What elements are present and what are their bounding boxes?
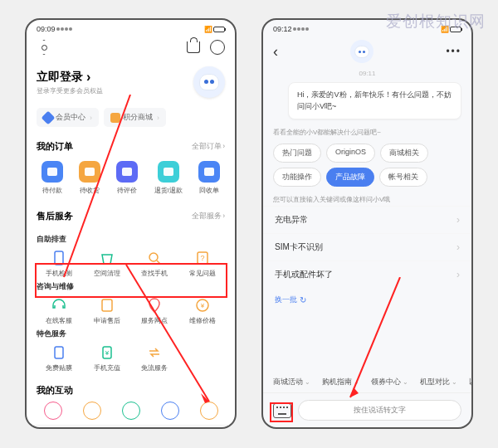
interact-1[interactable]	[44, 402, 62, 420]
login-subtitle: 登录享受更多会员权益	[37, 86, 103, 95]
orders-all-link[interactable]: 全部订单	[192, 142, 225, 152]
chip-points[interactable]: 积分商城	[104, 108, 166, 127]
svc-online-service[interactable]: 在线客服	[37, 297, 81, 325]
direct-label: 您可以直接输入关键词或像这样问小V哦	[263, 192, 471, 206]
pill-originos[interactable]: OriginOS	[326, 144, 375, 163]
help-label: 看看全能的小V都能解决什么问题吧~	[263, 126, 471, 139]
voice-input[interactable]: 按住说话转文字	[298, 400, 461, 421]
q-sim[interactable]: SIM卡不识别	[263, 233, 471, 261]
svg-text:¥: ¥	[104, 349, 109, 357]
order-recycle[interactable]: 回收单	[198, 161, 220, 195]
svg-line-2	[157, 261, 160, 264]
svc-apply[interactable]: 申请售后	[85, 297, 129, 325]
login-button[interactable]: 立即登录	[37, 70, 103, 85]
phone-left: 09:09 📶 立即登录 登录享受更多会员权益 会员中心 积分商城 我的订单 全…	[25, 18, 237, 429]
svg-rect-8	[55, 347, 63, 358]
orders-title: 我的订单	[37, 140, 73, 153]
svc-location[interactable]: 服务网点	[133, 297, 178, 325]
svc-faq[interactable]: ?常见问题	[180, 250, 225, 278]
svc-clean[interactable]: 空间清理	[85, 250, 129, 278]
bl-guide[interactable]: 购机指南	[322, 377, 359, 387]
q-charging[interactable]: 充电异常	[263, 206, 471, 233]
settings-icon[interactable]	[37, 40, 51, 55]
pill-product-fault[interactable]: 产品故障	[326, 168, 374, 187]
refresh-button[interactable]: 换一批	[263, 288, 471, 312]
pill-mall[interactable]: 商城相关	[380, 144, 428, 163]
svc-sub-special: 特色服务	[37, 329, 225, 339]
order-refund[interactable]: 退货/退款	[154, 161, 183, 195]
pill-hot[interactable]: 热门问题	[273, 144, 321, 163]
chip-member[interactable]: 会员中心	[37, 108, 99, 127]
svc-price[interactable]: ¥维修价格	[180, 297, 225, 325]
svg-text:¥: ¥	[200, 302, 205, 309]
bl-compare[interactable]: 机型对比	[420, 377, 457, 387]
battery-icon	[213, 27, 225, 32]
interact-2[interactable]	[83, 402, 101, 420]
svc-film[interactable]: 免费贴膜	[37, 344, 81, 373]
pill-account[interactable]: 帐号相关	[379, 168, 427, 187]
svg-rect-5	[102, 299, 112, 311]
aftersale-all-link[interactable]: 全部服务	[192, 212, 225, 222]
svc-sub-selfcheck: 自助排查	[37, 234, 225, 245]
svc-freeflow[interactable]: 免流服务	[133, 344, 178, 373]
bl-activity[interactable]: 商城活动	[273, 377, 310, 387]
phone-right: 09:12 📶 ‹ ••• 09:11 Hi，亲爱的V粉，新年快乐！有什么问题，…	[261, 18, 473, 429]
q-broken[interactable]: 手机或配件坏了	[263, 261, 471, 288]
svc-find[interactable]: 查找手机	[133, 250, 178, 278]
pill-function[interactable]: 功能操作	[273, 168, 321, 187]
svg-text:?: ?	[201, 254, 205, 262]
search-icon[interactable]	[210, 40, 225, 55]
svg-point-1	[149, 253, 158, 261]
more-button[interactable]: •••	[446, 46, 461, 57]
keyboard-icon[interactable]	[273, 403, 291, 418]
interact-4[interactable]	[161, 402, 179, 420]
svc-phone-check[interactable]: 手机检测	[37, 250, 81, 278]
bl-coupon[interactable]: 领券中心	[371, 377, 408, 387]
svg-rect-0	[55, 251, 63, 265]
interact-title: 我的互动	[37, 384, 73, 397]
chat-timestamp: 09:11	[263, 70, 471, 77]
cart-icon[interactable]	[187, 41, 200, 53]
interact-3[interactable]	[122, 402, 140, 420]
status-bar: 09:09 📶	[27, 20, 235, 35]
order-pending-review[interactable]: 待评价	[116, 161, 138, 195]
chat-avatar[interactable]	[350, 40, 374, 63]
avatar[interactable]	[193, 66, 225, 98]
svc-recharge[interactable]: ¥手机充值	[85, 344, 129, 373]
back-button[interactable]: ‹	[273, 43, 278, 61]
status-time: 09:12	[273, 25, 292, 33]
order-pending-receive[interactable]: 待收货	[79, 161, 100, 195]
chat-bubble: Hi，亲爱的V粉，新年快乐！有什么问题，不妨问问小V吧~	[288, 82, 461, 119]
svc-sub-consult: 咨询与维修	[37, 281, 225, 292]
status-time: 09:09	[37, 25, 56, 33]
order-pending-pay[interactable]: 待付款	[42, 161, 63, 195]
interact-5[interactable]	[200, 402, 218, 420]
bl-more[interactable]: 以	[469, 377, 471, 387]
aftersale-title: 售后服务	[37, 210, 73, 222]
watermark: 爱创根知识网	[386, 11, 486, 32]
